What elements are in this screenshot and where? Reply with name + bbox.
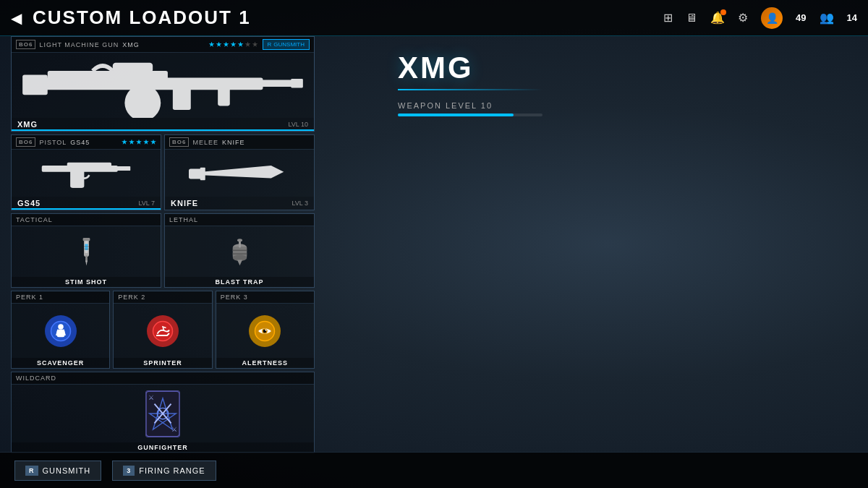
primary-header-left: BO6 LIGHT MACHINE GUN XMG <box>16 40 140 49</box>
melee-header-left: BO6 MELEE KNIFE <box>169 137 244 147</box>
svg-rect-1 <box>223 80 293 87</box>
perk1-icon <box>45 315 77 347</box>
sec-star-5 <box>150 140 156 145</box>
svg-point-33 <box>58 324 64 330</box>
perk1-header: PERK 1 <box>12 291 109 304</box>
perk2-icon <box>147 315 179 347</box>
weapon-level-text: WEAPON LEVEL 10 <box>398 101 854 110</box>
secondary-header: BO6 PISTOL GS45 <box>12 135 161 150</box>
secondary-level-bar <box>12 208 161 210</box>
lethal-header: LETHAL <box>165 214 314 226</box>
lethal-slot[interactable]: LETHAL BLAST T <box>164 213 315 288</box>
primary-slot-type: LIGHT MACHINE GUN <box>39 41 119 48</box>
weapon-detail-panel: XMG WEAPON LEVEL 10 <box>398 51 854 116</box>
wildcard-slot[interactable]: WILDCARD ⚔ ⚔ GUNFIGHTER <box>11 372 315 453</box>
perk1-name: SCAVENGER <box>12 358 109 368</box>
equipment-row: TACTICAL STIM <box>11 213 315 288</box>
svg-point-37 <box>153 321 172 341</box>
primary-weapon-name: XMG <box>17 120 38 129</box>
perk3-header: PERK 3 <box>216 291 314 304</box>
avatar[interactable]: 👤 <box>761 7 783 29</box>
xp-value: 49 <box>796 12 806 23</box>
sec-star-2 <box>129 140 135 145</box>
perk2-label: PERK 2 <box>118 294 145 301</box>
primary-level-bar <box>12 129 314 131</box>
star-1 <box>209 42 215 48</box>
melee-weapon-slot[interactable]: BO6 MELEE KNIFE KN <box>164 134 315 210</box>
star-3 <box>224 42 229 48</box>
star-6 <box>245 42 251 48</box>
melee-weapon-name: KNIFE <box>171 199 198 207</box>
perk1-slot[interactable]: PERK 1 SCAVENGER <box>11 291 110 369</box>
melee-weapon-image <box>165 150 314 197</box>
weapon-detail-divider <box>398 89 542 90</box>
secondary-header-left: BO6 PISTOL GS45 <box>16 137 90 147</box>
firing-range-button[interactable]: 3 FIRING RANGE <box>112 461 216 481</box>
perk2-slot[interactable]: PERK 2 SPRINTER <box>113 291 212 369</box>
gs45-silhouette <box>35 155 137 192</box>
secondary-weapon-slot[interactable]: BO6 PISTOL GS45 <box>11 134 161 210</box>
lethal-name: BLAST TRAP <box>165 277 314 287</box>
melee-footer: KNIFE LVL 3 <box>165 197 314 210</box>
primary-header-right: R GUNSMITH <box>209 39 310 50</box>
melee-level: LVL 3 <box>292 200 308 207</box>
svg-text:⚔: ⚔ <box>148 393 154 401</box>
blast-trap-icon <box>227 237 252 266</box>
top-bar-right: ⊞ 🖥 🔔 ⚙ 👤 49 👥 14 <box>663 7 857 29</box>
svg-marker-20 <box>85 261 88 266</box>
gunsmith-bottom-key: R <box>25 466 38 476</box>
notification-icon[interactable]: 🔔 <box>710 11 725 25</box>
sec-star-3 <box>136 140 142 145</box>
xmg-silhouette <box>12 53 314 118</box>
svg-rect-4 <box>113 63 153 73</box>
page-title: CUSTOM LOADOUT 1 <box>33 7 251 29</box>
tactical-name: STIM SHOT <box>12 277 161 287</box>
back-button[interactable]: ◀ <box>11 9 22 27</box>
primary-stars <box>209 42 258 48</box>
wildcard-label: WILDCARD <box>16 374 56 382</box>
weapon-detail-name: XMG <box>398 51 854 85</box>
melee-header: BO6 MELEE KNIFE <box>165 135 314 150</box>
melee-slot-name: KNIFE <box>222 139 245 146</box>
alertness-icon-svg <box>254 320 276 342</box>
primary-slot-name: XMG <box>122 41 140 48</box>
players-icon[interactable]: 👥 <box>820 11 834 25</box>
wildcard-header: WILDCARD <box>12 372 314 385</box>
wildcard-image: ⚔ ⚔ <box>12 385 314 442</box>
svg-marker-31 <box>237 260 242 266</box>
svg-point-30 <box>237 239 242 241</box>
bo6-logo-primary: BO6 <box>16 40 35 49</box>
lethal-label: LETHAL <box>169 216 198 223</box>
weapon-level-bar-container <box>398 114 542 116</box>
grid-icon[interactable]: ⊞ <box>663 11 673 25</box>
perk3-image <box>216 304 314 358</box>
stim-shot-icon <box>74 236 99 267</box>
bottom-bar: R GUNSMITH 3 FIRING RANGE <box>0 452 868 488</box>
perk1-image <box>12 304 109 358</box>
sidebar: BO6 LIGHT MACHINE GUN XMG R GUNSMITH <box>11 36 315 448</box>
top-bar-left: ◀ CUSTOM LOADOUT 1 <box>11 7 251 29</box>
firing-range-key: 3 <box>123 466 135 476</box>
svg-point-41 <box>265 329 267 330</box>
gunsmith-key: R <box>268 41 272 48</box>
monitor-icon[interactable]: 🖥 <box>686 12 697 25</box>
perk3-slot[interactable]: PERK 3 ALERTNESS <box>216 291 315 369</box>
knife-silhouette <box>189 155 290 192</box>
secondary-level: LVL 7 <box>138 200 155 207</box>
players-count: 14 <box>847 12 857 23</box>
sec-star-1 <box>122 140 127 145</box>
svg-rect-8 <box>291 79 303 87</box>
perk3-icon <box>249 315 281 347</box>
settings-icon[interactable]: ⚙ <box>738 11 748 25</box>
tactical-image <box>12 226 161 277</box>
star-5 <box>238 42 244 48</box>
scavenger-icon-svg <box>50 320 72 342</box>
primary-weapon-slot[interactable]: BO6 LIGHT MACHINE GUN XMG R GUNSMITH <box>11 36 315 132</box>
svg-rect-11 <box>67 162 111 171</box>
lethal-image <box>165 226 314 277</box>
gunsmith-bottom-label: GUNSMITH <box>43 466 91 475</box>
gunsmith-bottom-button[interactable]: R GUNSMITH <box>14 461 101 481</box>
svg-rect-5 <box>173 85 191 110</box>
tactical-slot[interactable]: TACTICAL STIM <box>11 213 161 288</box>
gunsmith-button[interactable]: R GUNSMITH <box>263 39 310 50</box>
